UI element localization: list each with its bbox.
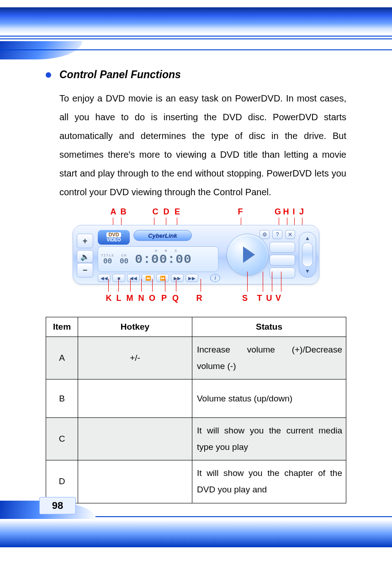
scroll-up-icon: ▲: [305, 235, 310, 241]
cell-hotkey: +/-: [78, 337, 192, 379]
powerdvd-control-panel: + 🔈 − DVD VIDEO CyberLink TITLE 00 CH 00…: [73, 225, 319, 284]
title-label: TITLE: [101, 253, 114, 257]
volume-down-button[interactable]: −: [77, 263, 93, 278]
table-row: D It will show you the chapter of the DV…: [46, 460, 346, 503]
callout-L: L: [114, 294, 124, 303]
callout-A: A: [108, 207, 118, 217]
stop-button[interactable]: ■: [112, 274, 125, 282]
lcd-display: TITLE 00 CH 00 H M S 0:00:00: [98, 246, 218, 272]
bullet-icon: [46, 72, 51, 78]
cell-status: It will show you the chapter of the DVD …: [192, 460, 346, 503]
table-header-row: Item Hotkey Status: [46, 317, 346, 337]
brand-logo: CyberLink: [133, 230, 192, 241]
chapter-label: CH: [120, 253, 128, 257]
table-row: A +/- Increase volume (+)/Decrease volum…: [46, 337, 346, 379]
section-heading: Control Panel Functions: [59, 69, 181, 81]
intro-paragraph: To enjoy a DVD movie is an easy task on …: [59, 89, 346, 202]
callout-Q: Q: [170, 294, 180, 303]
callout-V: V: [274, 294, 283, 303]
rewind-button[interactable]: ◀◀: [127, 274, 140, 282]
callout-P: P: [158, 294, 170, 303]
cell-item: B: [46, 379, 78, 418]
scroll-down-icon: ▼: [305, 268, 310, 274]
footer-band: [0, 520, 392, 547]
fastfwd-button[interactable]: ▶▶: [171, 274, 184, 282]
cell-status: Increase volume (+)/Decrease volume (-): [192, 337, 346, 379]
page-number: 98: [39, 497, 76, 514]
callout-N: N: [136, 294, 147, 303]
callout-O: O: [147, 294, 158, 303]
callout-labels-bottom: K L M N O P Q R S T U V: [73, 294, 319, 303]
play-button[interactable]: [227, 234, 269, 276]
close-icon[interactable]: ✕: [285, 230, 295, 239]
control-panel-figure: A B C D E F G H I J: [73, 207, 319, 303]
callout-U: U: [265, 294, 274, 303]
callout-R: R: [194, 294, 204, 303]
callout-T: T: [254, 294, 265, 303]
table-row: B Volume status (up/down): [46, 379, 346, 418]
cell-hotkey: [78, 418, 192, 460]
callout-H: H: [282, 207, 290, 217]
callout-F: F: [235, 207, 245, 217]
chapter-value: 00: [120, 257, 128, 266]
section-heading-row: Control Panel Functions: [46, 69, 346, 81]
volume-up-button[interactable]: +: [77, 234, 93, 248]
callout-B: B: [118, 207, 128, 217]
callout-D: D: [160, 207, 172, 217]
panel-button-1[interactable]: [270, 242, 295, 253]
callout-G: G: [274, 207, 282, 217]
cell-item: C: [46, 418, 78, 460]
header-hotkey: Hotkey: [78, 317, 192, 337]
time-value: 0:00:00: [135, 252, 192, 267]
cell-status: Volume status (up/down): [192, 379, 346, 418]
config-icon[interactable]: ⚙: [260, 230, 270, 239]
info-icon[interactable]: i: [210, 274, 220, 282]
header-rule: [0, 36, 392, 37]
header-rule: [0, 38, 392, 39]
callout-I: I: [290, 207, 297, 217]
header-sweep: [0, 41, 82, 59]
hotkey-table: Item Hotkey Status A +/- Increase volume…: [46, 317, 346, 503]
mute-button[interactable]: 🔈: [77, 250, 93, 263]
cell-item: A: [46, 337, 78, 379]
header-band: [0, 7, 392, 34]
help-icon[interactable]: ?: [272, 230, 282, 239]
callout-M: M: [124, 294, 136, 303]
header-rule: [0, 49, 392, 50]
media-type-badge: DVD VIDEO: [98, 230, 130, 245]
callout-C: C: [150, 207, 160, 217]
table-row: C It will show you the current media typ…: [46, 418, 346, 460]
callout-labels-top: A B C D E F G H I J: [73, 207, 319, 217]
callout-S: S: [240, 294, 250, 303]
callout-K: K: [104, 294, 114, 303]
scroll-wheel[interactable]: ▲ ▼: [299, 232, 316, 278]
panel-button-2[interactable]: [270, 255, 295, 266]
title-value: 00: [101, 257, 114, 266]
header-item: Item: [46, 317, 78, 337]
cell-hotkey: [78, 379, 192, 418]
panel-button-3[interactable]: [270, 267, 295, 278]
next-button[interactable]: ▶▶: [185, 274, 198, 282]
callout-E: E: [172, 207, 182, 217]
hms-label: H M S: [155, 249, 180, 253]
step-fwd-button[interactable]: ⏩: [156, 274, 169, 282]
cell-hotkey: [78, 460, 192, 503]
wheel-icon: [302, 242, 313, 267]
callout-J: J: [297, 207, 306, 217]
header-status: Status: [192, 317, 346, 337]
cell-status: It will show you the current media type …: [192, 418, 346, 460]
